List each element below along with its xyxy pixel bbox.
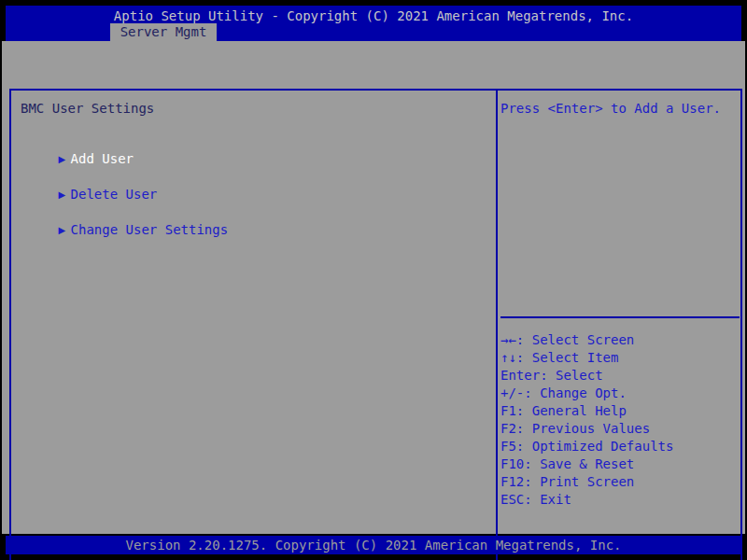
submenu-arrow-icon: ▶ bbox=[59, 188, 70, 203]
hint-select-screen: →←: Select Screen bbox=[500, 331, 743, 349]
page-title: BMC User Settings bbox=[21, 101, 154, 116]
title-bar: Aptio Setup Utility - Copyright (C) 2021… bbox=[6, 6, 741, 41]
app-title: Aptio Setup Utility - Copyright (C) 2021… bbox=[6, 7, 741, 24]
hint-f2-previous-values: F2: Previous Values bbox=[500, 420, 743, 438]
hint-select-item: ↑↓: Select Item bbox=[500, 349, 743, 367]
footer-bar: Version 2.20.1275. Copyright (C) 2021 Am… bbox=[6, 536, 741, 554]
submenu-arrow-icon: ▶ bbox=[59, 152, 70, 167]
tab-server-mgmt[interactable]: Server Mgmt bbox=[110, 23, 217, 41]
hint-f12-print-screen: F12: Print Screen bbox=[500, 473, 743, 491]
submenu-arrow-icon: ▶ bbox=[59, 223, 70, 238]
hint-esc-exit: ESC: Exit bbox=[500, 491, 743, 509]
menu-item-delete-user[interactable]: ▶Delete User bbox=[11, 172, 157, 187]
main-area: BMC User Settings ▶Add User ▶Delete User… bbox=[2, 41, 745, 534]
menu-item-label: Add User bbox=[70, 151, 134, 166]
hint-enter-select: Enter: Select bbox=[500, 367, 743, 385]
hint-change-opt: +/-: Change Opt. bbox=[500, 385, 743, 402]
version-text: Version 2.20.1275. Copyright (C) 2021 Am… bbox=[6, 537, 741, 553]
menu-item-change-user-settings[interactable]: ▶Change User Settings bbox=[11, 207, 228, 222]
item-help-text: Press <Enter> to Add a User. bbox=[500, 101, 740, 116]
menu-item-add-user[interactable]: ▶Add User bbox=[11, 136, 134, 151]
panel-vertical-divider bbox=[496, 91, 498, 560]
menu-item-label: Change User Settings bbox=[70, 222, 229, 237]
key-hints-list: →←: Select Screen ↑↓: Select Item Enter:… bbox=[500, 331, 743, 509]
hint-f10-save-reset: F10: Save & Reset bbox=[500, 455, 743, 473]
hint-f1-general-help: F1: General Help bbox=[500, 402, 743, 420]
help-section-divider bbox=[500, 316, 740, 318]
bios-setup-screen: { "colors": { "accent_blue": "#0000A8", … bbox=[0, 0, 747, 560]
menu-item-label: Delete User bbox=[70, 187, 158, 202]
hint-f5-optimized-defaults: F5: Optimized Defaults bbox=[500, 438, 743, 455]
